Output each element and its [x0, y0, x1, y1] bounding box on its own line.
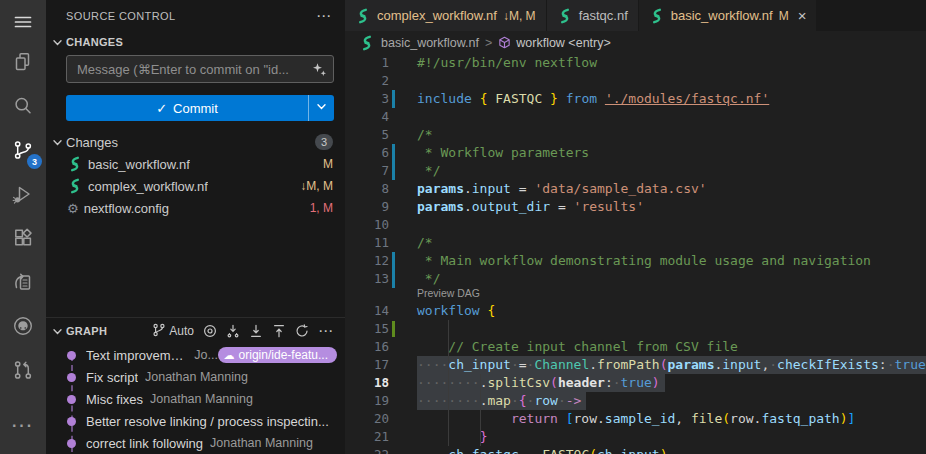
gutter	[389, 54, 399, 72]
commit-button[interactable]: ✓ Commit	[66, 95, 334, 121]
line-number: 1	[345, 54, 389, 72]
commit-row[interactable]: Fix scriptJonathan Manning	[46, 366, 345, 388]
nextflow-icon	[359, 35, 375, 51]
pull-request-icon[interactable]	[0, 348, 46, 392]
commit-dot	[67, 373, 76, 382]
line-content: #!/usr/bin/env nextflow	[399, 54, 597, 72]
commit-row[interactable]: Better resolve linking / process inspect…	[46, 410, 345, 432]
branch-icon	[152, 323, 166, 340]
file-row[interactable]: basic_workflow.nfM	[46, 153, 345, 175]
gutter	[389, 108, 399, 126]
chevron-down-icon[interactable]	[51, 325, 64, 338]
tab-basic_workflow.nf[interactable]: basic_workflow.nfM×	[639, 0, 818, 31]
line-content: ········.map·{·row·->	[399, 392, 586, 410]
file-decoration: ↓M, M	[300, 179, 333, 193]
branch-badge[interactable]: ☁origin/ide-featu...	[218, 347, 337, 363]
gutter-mod-marker	[389, 90, 399, 108]
line-content: // Create input channel from CSV file	[399, 338, 738, 356]
chevron-down-icon	[51, 36, 64, 49]
breadcrumb: basic_workflow.nf > workflow <entry>	[345, 31, 926, 54]
pull-icon[interactable]	[249, 324, 263, 338]
line-content	[399, 320, 417, 338]
cloud-icon: ☁	[224, 348, 235, 362]
editor-tabs: complex_workflow.nf↓M, Mfastqc.nfbasic_w…	[345, 0, 926, 31]
line-content: */	[399, 162, 440, 180]
close-icon[interactable]: ×	[798, 11, 807, 21]
breadcrumb-file[interactable]: basic_workflow.nf	[381, 36, 479, 50]
file-name: nextflow.config	[84, 201, 169, 216]
branch-auto-button[interactable]: Auto	[152, 323, 194, 340]
line-number: 19	[345, 392, 389, 410]
line-number: 13	[345, 270, 389, 288]
gutter-mod-marker	[389, 252, 399, 270]
tab-label: basic_workflow.nf	[671, 8, 773, 23]
commit-message: correct link following	[86, 436, 203, 451]
target-icon[interactable]	[203, 324, 217, 338]
selection-highlight: ········.splitCsv(header:·true)	[417, 374, 665, 392]
file-row[interactable]: ⚙nextflow.config1, M	[46, 197, 345, 219]
sidebar-header: SOURCE CONTROL ⋯	[46, 0, 345, 32]
gutter	[389, 428, 399, 446]
line-number: 7	[345, 162, 389, 180]
more-actions-icon[interactable]: ⋯	[316, 11, 331, 21]
changes-section-header[interactable]: CHANGES	[46, 32, 345, 52]
indent-guide	[480, 374, 481, 446]
changes-section-label: CHANGES	[66, 36, 123, 48]
search-icon[interactable]	[0, 84, 46, 128]
code-line: 14workflow {	[345, 302, 926, 320]
menu-icon[interactable]	[0, 4, 46, 40]
code-editor[interactable]: 1#!/usr/bin/env nextflow23include { FAST…	[345, 54, 926, 454]
line-number: 14	[345, 302, 389, 320]
code-line: 3include { FASTQC } from './modules/fast…	[345, 90, 926, 108]
extensions-icon[interactable]	[0, 216, 46, 260]
line-content: ····ch_input·=·Channel.fromPath(params.i…	[399, 356, 926, 374]
nextflow-icon	[67, 178, 83, 194]
more-icon[interactable]: ···	[0, 404, 46, 448]
code-line: 12 * Main workflow demonstrating module …	[345, 252, 926, 270]
tab-fastqc.nf[interactable]: fastqc.nf	[547, 0, 639, 31]
explorer-icon[interactable]	[0, 40, 46, 84]
line-content: * Workflow parameters	[399, 144, 589, 162]
line-number: 10	[345, 216, 389, 234]
run-debug-icon[interactable]	[0, 172, 46, 216]
source-control-icon[interactable]: 3	[0, 128, 46, 172]
sparkle-icon[interactable]	[312, 62, 327, 77]
graph-section-label: GRAPH	[66, 325, 107, 337]
refresh-icon[interactable]	[295, 324, 309, 338]
file-name: complex_workflow.nf	[88, 179, 208, 194]
indent-guide	[448, 320, 449, 446]
line-content: params.output_dir = 'results'	[399, 198, 644, 216]
nextflow-icon	[355, 8, 371, 24]
commit-button-main[interactable]: ✓ Commit	[66, 95, 308, 121]
code-line: 9params.output_dir = 'results'	[345, 198, 926, 216]
changes-tree-node[interactable]: Changes 3	[46, 131, 345, 153]
file-history-icon[interactable]	[0, 260, 46, 304]
file-row[interactable]: complex_workflow.nf↓M, M	[46, 175, 345, 197]
tab-complex_workflow.nf[interactable]: complex_workflow.nf↓M, M	[345, 0, 547, 31]
commit-row[interactable]: Text improvementJo...☁origin/ide-featu..…	[46, 344, 345, 366]
auto-label: Auto	[169, 324, 194, 338]
line-number: 5	[345, 126, 389, 144]
more-actions-icon[interactable]: ⋯	[318, 326, 333, 336]
codelens-row[interactable]: Preview DAG	[345, 288, 926, 302]
graph-section: GRAPH Auto ⋯ Text improvementJo...☁origi…	[46, 317, 345, 454]
line-content: workflow {	[399, 302, 495, 320]
gutter-mod-marker	[389, 162, 399, 180]
gutter-mod-marker	[389, 144, 399, 162]
commit-dot	[67, 395, 76, 404]
commit-message-input[interactable]	[75, 61, 312, 78]
push-icon[interactable]	[272, 324, 286, 338]
commit-row[interactable]: Misc fixesJonathan Manning	[46, 388, 345, 410]
commit-row[interactable]: correct link followingJonathan Manning	[46, 432, 345, 454]
github-icon[interactable]	[0, 304, 46, 348]
breadcrumb-symbol[interactable]: workflow <entry>	[498, 36, 610, 50]
codelens-label[interactable]: Preview DAG	[399, 284, 480, 302]
commit-dropdown-button[interactable]	[308, 95, 334, 121]
breadcrumb-symbol-label: workflow <entry>	[516, 36, 610, 50]
code-line: 5/*	[345, 126, 926, 144]
file-decoration: M	[323, 157, 333, 171]
gear-icon: ⚙	[67, 201, 79, 216]
fetch-icon[interactable]	[226, 324, 240, 338]
tab-decoration: ↓M, M	[503, 9, 536, 23]
line-number: 21	[345, 428, 389, 446]
